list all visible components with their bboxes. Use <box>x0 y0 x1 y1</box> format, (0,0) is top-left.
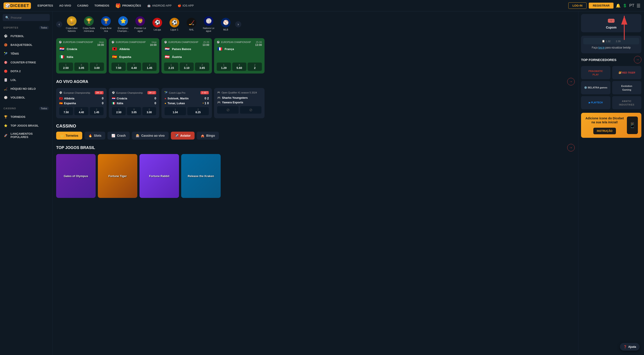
sidebar-item-dota2[interactable]: 🔴 DOTA 2 <box>0 67 52 76</box>
live-tonar: ●Tonar, Lukas <box>164 102 185 105</box>
euro-live-icon: ⚽ <box>59 91 62 94</box>
match-cards-row: ⚽ EUROPEAN CHAMPIONSHIP Hoje 16:00 🇭🇷 Cr… <box>56 38 575 74</box>
cassino-filter[interactable]: Todos <box>39 107 49 110</box>
provider-pragmatic[interactable]: PRAGMATICPLAY <box>581 66 610 79</box>
search-input[interactable] <box>11 16 47 19</box>
top-jogos-arrow[interactable]: → <box>567 144 575 152</box>
betslip-login-link[interactable]: log in <box>598 46 605 49</box>
help-button[interactable]: ❓ Ajuda <box>620 343 640 350</box>
live-odd-3-1[interactable]: 11.04 <box>164 107 186 115</box>
sport-copa-america[interactable]: 🏆 Copa America <box>98 15 114 34</box>
coupon-box[interactable]: 🎟️ Cupom <box>581 14 641 32</box>
live-odd-2-1[interactable]: 12.50 <box>112 107 126 115</box>
ao-vivo-header: AO VIVO AGORA → <box>56 78 575 85</box>
casino-tab-cassino-ao-vivo[interactable]: 🎰 Cassino ao vivo <box>132 132 169 140</box>
sidebar-item-torneios[interactable]: 🏆 TORNEIOS <box>0 112 52 121</box>
games-row: Gates of Olympus Fortune Tiger Fortune R… <box>56 154 575 198</box>
live-odd-3-2[interactable]: 28.25 <box>187 107 209 115</box>
live-odds-2: 12.50 X3.05 23.00 <box>112 107 156 115</box>
sport-vnl[interactable]: 🏐 Nations League <box>201 15 216 34</box>
sport-ligue1[interactable]: ⚽ Ligue 1 <box>167 16 182 32</box>
live-odd-1-2[interactable]: 21.45 <box>90 107 104 115</box>
sidebar-item-voleibol[interactable]: 🏐 VOLEIBOL <box>0 93 52 102</box>
carousel-next[interactable]: › <box>235 21 241 28</box>
nav-torneios[interactable]: TORNEIOS <box>92 4 112 7</box>
live-odd-1-x[interactable]: X4.40 <box>74 107 88 115</box>
torneios-label: TORNEIOS <box>10 115 26 118</box>
sidebar-item-counter-strike[interactable]: 🎯 COUNTER-STRIKE <box>0 58 52 67</box>
nav-ao-vivo[interactable]: AO VIVO <box>57 4 73 7</box>
betslip-icon: 📋 <box>602 40 605 42</box>
sidebar-item-top-jogos[interactable]: ⭐ TOP JOGOS BRASIL <box>0 121 52 130</box>
odd-1-x[interactable]: X3.05 <box>74 62 88 71</box>
sidebar-item-basquetebol[interactable]: 🏀 BASQUETEBOL <box>0 40 52 49</box>
search-box[interactable]: 🔍 <box>3 14 50 21</box>
live-odd-1-1[interactable]: 17.50 <box>59 107 73 115</box>
sidebar-item-lol[interactable]: 🃏 LOL <box>0 76 52 84</box>
odd-2-x[interactable]: X4.40 <box>127 62 141 71</box>
logo[interactable]: 🎲DICEBET <box>4 2 31 9</box>
odd-1-1[interactable]: 12.50 <box>59 62 73 71</box>
odd-2-2[interactable]: 21.45 <box>142 62 156 71</box>
nav-ios[interactable]: 🍎 IOS APP <box>176 4 196 7</box>
aviator-tab-icon: ✈️ <box>175 134 178 137</box>
sport-mlb[interactable]: ⚾ MLB <box>218 16 234 32</box>
nav-android[interactable]: 🤖 ANDROID APP <box>145 4 174 7</box>
register-button[interactable]: REGISTRAR <box>589 3 614 8</box>
provider-amatic[interactable]: AMATICINDUSTRIES <box>612 96 642 109</box>
casino-tab-crash[interactable]: 📈 Crash <box>108 132 130 140</box>
casino-tab-bingo[interactable]: 🎪 Bingo <box>197 132 219 140</box>
notification-icon[interactable]: 🔔 <box>616 3 620 8</box>
hamburger-icon[interactable]: ☰ <box>636 3 640 8</box>
game-fortune-rabbit[interactable]: Fortune Rabbit <box>140 154 179 198</box>
nhl-icon: 🏒 <box>187 18 196 28</box>
esportes-filter[interactable]: Todos <box>39 26 49 30</box>
lang-label[interactable]: PT <box>629 3 634 8</box>
providers-grid: PRAGMATICPLAY 🐯 RED TIGER ⚙️ BELATRA gam… <box>581 66 641 109</box>
login-button[interactable]: LOG-IN <box>568 2 587 9</box>
odd-3-2[interactable]: 23.65 <box>195 62 209 71</box>
sidebar-item-lancamentos[interactable]: 🚀 LANÇAMENTOS POPULARES <box>0 130 52 141</box>
provider-evolution[interactable]: EvolutionGaming <box>612 81 642 94</box>
casino-tab-slots[interactable]: 🔥 Slots <box>84 132 105 140</box>
odd-1-2[interactable]: 23.00 <box>90 62 104 71</box>
futebol-label: FUTEBOL <box>10 34 24 38</box>
game-fortune-tiger[interactable]: Fortune Tiger <box>98 154 137 198</box>
game-gates-olympus[interactable]: Gates of Olympus <box>56 154 96 198</box>
odd-2-1[interactable]: 17.50 <box>112 62 126 71</box>
sport-nhl[interactable]: 🏒 NHL <box>184 16 199 32</box>
sport-euro[interactable]: ⭐ EuropeanChampio... <box>116 15 131 34</box>
provider-belatra[interactable]: ⚙️ BELATRA games <box>581 81 610 94</box>
provider-playtech[interactable]: ▶ PLAYTECH <box>581 96 610 109</box>
game-release-kraken[interactable]: Release the Kraken <box>181 154 221 198</box>
nav-casino[interactable]: CASINO <box>75 4 90 7</box>
sport-copa-sud[interactable]: 🏆 Copa Sudamericana <box>81 15 96 34</box>
providers-arrow[interactable]: → <box>634 56 641 64</box>
casino-tab-torneios[interactable]: 👑 Torneios <box>56 132 82 140</box>
live-team-row-3a: ●Sobisek, Martin 0 2 <box>164 96 209 100</box>
casino-tab-aviator[interactable]: ✈️ Aviator <box>171 132 195 140</box>
carousel-prev[interactable]: ‹ <box>56 21 62 28</box>
spain-live-flag: 🇪🇸 <box>59 102 63 105</box>
odd-4-1[interactable]: 11.29 <box>217 62 231 71</box>
live-odd-2-2[interactable]: 23.00 <box>142 107 156 115</box>
sport-copa-lib[interactable]: 🏆 Copa Liberfadores <box>64 15 80 34</box>
match-time-4: 25.06 13:00 <box>255 41 262 46</box>
odd-3-x[interactable]: X3.10 <box>180 62 194 71</box>
odd-3-1[interactable]: 12.15 <box>164 62 178 71</box>
nav-esportes[interactable]: ESPORTES <box>35 4 55 7</box>
provider-red-tiger[interactable]: 🐯 RED TIGER <box>612 66 642 79</box>
install-btn[interactable]: INSTRUÇÃO <box>593 128 616 134</box>
sport-premier[interactable]: 🦁 Premier League <box>132 15 148 34</box>
sidebar-item-hoquei[interactable]: 🏒 HÓQUEI NO GELO <box>0 84 52 93</box>
currency-icon[interactable]: 💲 <box>623 4 627 8</box>
live-odds-3: 11.04 28.25 <box>164 107 209 115</box>
nav-promocoes[interactable]: 🎁 PROMOÇÕES <box>113 3 143 8</box>
live-odd-2-x[interactable]: X3.05 <box>127 107 141 115</box>
odd-4-x[interactable]: X5.60 <box>232 62 246 71</box>
odd-4-2[interactable]: 22 <box>248 62 262 71</box>
sport-laliga[interactable]: ⚽ LaLiga <box>150 16 165 32</box>
sidebar-item-futebol[interactable]: ⚽ FUTEBOL <box>0 32 52 40</box>
ao-vivo-arrow[interactable]: → <box>567 78 575 85</box>
sidebar-item-tenis[interactable]: 🎾 TÊNIS <box>0 49 52 58</box>
